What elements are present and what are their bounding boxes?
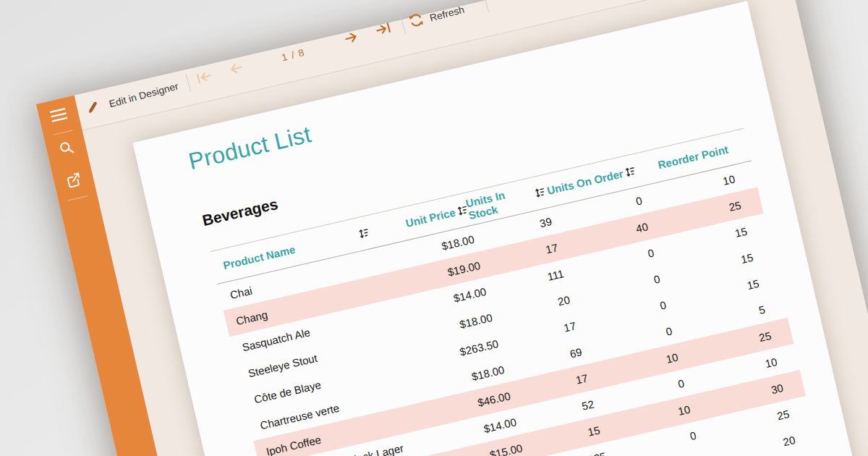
hamburger-menu-icon [49,107,68,125]
sort-icon[interactable] [358,227,370,239]
header-padding [728,145,747,149]
toolbar-separator [401,16,407,34]
cell-padding [759,279,778,283]
export-icon [64,171,84,193]
previous-page-icon [227,62,244,79]
last-page-button[interactable] [366,13,401,48]
printer-icon [511,0,531,4]
previous-page-button[interactable] [218,52,253,88]
first-page-button[interactable] [187,61,221,96]
search-icon [57,139,76,160]
pencil-icon [85,99,101,117]
cell-padding [789,409,809,413]
refresh-label: Refresh [428,4,465,23]
cell-padding [741,200,760,205]
report-table: Product Name Unit Price Units In Stock [210,128,818,456]
last-page-icon [374,22,393,40]
cell-padding [771,331,791,335]
refresh-icon [407,12,426,33]
page-indicator: 1 / 8 [255,40,331,69]
next-page-button[interactable] [334,21,369,56]
print-button[interactable] [506,0,535,10]
cell-padding [777,357,796,361]
report-viewer-window: Edit in Designer 1 / 8 [36,0,868,456]
first-page-icon [195,69,213,88]
desktop-background: { "colors": { "sidebar": "#e5863b", "too… [0,0,868,456]
cell-padding [783,383,802,387]
refresh-button[interactable]: Refresh [407,1,466,32]
cell-padding [765,305,785,309]
cell-padding [735,174,754,179]
cell-padding [795,435,814,439]
next-page-icon [343,30,360,48]
cell-padding [747,227,767,231]
toolbar-separator [483,0,489,12]
cell-padding [753,253,773,257]
edit-in-designer-label: Edit in Designer [108,80,179,109]
